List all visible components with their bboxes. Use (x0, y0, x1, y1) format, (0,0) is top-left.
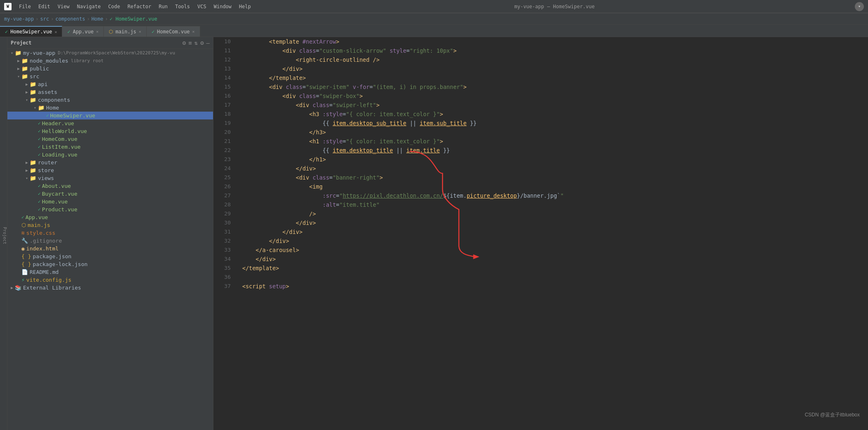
vue-icon-hello: ✓ (38, 129, 41, 134)
menu-navigate[interactable]: Navigate (74, 3, 104, 10)
tree-node-modules[interactable]: ▶ 📁 node_modules library root (7, 57, 213, 65)
code-line-25: <div class="banner-right"> (242, 173, 868, 182)
breadcrumb-app[interactable]: my-vue-app (4, 16, 34, 22)
listitem-label: ListItem.vue (42, 144, 81, 150)
tree-app-vue[interactable]: ✓ App.vue (7, 213, 213, 221)
menu-window[interactable]: Window (211, 3, 235, 10)
arrow-node-modules: ▶ (16, 58, 21, 63)
menu-run[interactable]: Run (155, 3, 171, 10)
code-line-21: <h1 :style="{ color: item.text_color }"> (242, 137, 868, 146)
ext-libs-label: External Libraries (23, 285, 81, 291)
folder-icon-home: 📁 (38, 105, 44, 111)
editor-content: 1011121314 1516171819 2021222324 2526272… (213, 37, 868, 430)
tree-about[interactable]: ✓ About.vue (7, 182, 213, 190)
tree-vite-config[interactable]: ⚡ vite.config.js (7, 276, 213, 284)
arrow-router: ▶ (24, 160, 30, 165)
folder-icon-ext: 📚 (15, 285, 21, 291)
tree-api[interactable]: ▶ 📁 api (7, 80, 213, 88)
vue-icon3: ✓ (152, 29, 154, 35)
api-label: api (38, 81, 47, 87)
tree-ext-libs[interactable]: ▶ 📚 External Libraries (7, 284, 213, 292)
menu-refactor[interactable]: Refactor (124, 3, 154, 10)
folder-icon-store: 📁 (30, 167, 36, 173)
tree-root[interactable]: ▾ 📁 my-vue-app D:\ProgramWorkSpace\WebSt… (7, 49, 213, 57)
menu-tools[interactable]: Tools (172, 3, 193, 10)
tree-public[interactable]: ▶ 📁 public (7, 65, 213, 72)
code-editor[interactable]: <template #nextArrow> <div class="custom… (241, 37, 868, 430)
tree-assets[interactable]: ▶ 📁 assets (7, 88, 213, 96)
helloworld-label: HelloWorld.vue (42, 128, 87, 134)
code-line-18: <h3 :style="{ color: item.text_color }"> (242, 110, 868, 119)
menu-edit[interactable]: Edit (35, 3, 54, 10)
tab-mainjs-label: main.js (115, 29, 136, 35)
code-line-28: :alt="item.title" (242, 200, 868, 209)
tree-gitignore[interactable]: 🔧 .gitignore (7, 237, 213, 245)
breadcrumb-home[interactable]: Home (91, 16, 103, 22)
menu-view[interactable]: View (54, 3, 73, 10)
code-line-35: </template> (242, 264, 868, 273)
tab-appvue[interactable]: ✓ App.vue ✕ (62, 26, 104, 37)
tree-style-css[interactable]: ≋ style.css (7, 229, 213, 237)
tree-product[interactable]: ✓ Product.vue (7, 206, 213, 213)
close-tab-appvue[interactable]: ✕ (96, 29, 98, 34)
menu-bar[interactable]: File Edit View Navigate Code Refactor Ru… (16, 3, 254, 10)
sidebar-settings-icon[interactable]: ⚙ (182, 40, 186, 46)
sidebar-gear-icon[interactable]: ⚙ (200, 40, 204, 46)
tree-package-lock[interactable]: { } package-lock.json (7, 260, 213, 268)
tree-home-folder[interactable]: ▾ 📁 Home (7, 104, 213, 112)
code-line-24: </div> (242, 164, 868, 173)
tab-homeswiper[interactable]: ✓ HomeSwiper.vue ✕ (0, 26, 62, 37)
sidebar-collapse-icon[interactable]: — (206, 40, 210, 46)
breadcrumb-src[interactable]: src (40, 16, 49, 22)
menu-code[interactable]: Code (105, 3, 124, 10)
tree-homecom[interactable]: ✓ HomeCom.vue (7, 135, 213, 143)
main-js-label: main.js (28, 222, 50, 228)
tree-main-js[interactable]: ⬡ main.js (7, 221, 213, 229)
tree-router[interactable]: ▶ 📁 router (7, 159, 213, 166)
sidebar-expand-icon[interactable]: ≡ (188, 40, 192, 46)
buycart-label: Buycart.vue (42, 191, 77, 197)
code-line-13: </div> (242, 64, 868, 73)
tab-homecom[interactable]: ✓ HomeCom.vue ✕ (147, 26, 200, 37)
arrow-src: ▾ (16, 74, 21, 79)
title-bar: W File Edit View Navigate Code Refactor … (0, 0, 868, 13)
tree-index-html[interactable]: ◉ index.html (7, 245, 213, 252)
tree-loading[interactable]: ✓ Loading.vue (7, 151, 213, 159)
tree-helloworld[interactable]: ✓ HelloWorld.vue (7, 127, 213, 135)
public-label: public (30, 65, 49, 72)
tree-views[interactable]: ▾ 📁 views (7, 174, 213, 182)
tree-readme[interactable]: 📄 README.md (7, 268, 213, 276)
tab-mainjs[interactable]: ⬡ main.js ✕ (104, 26, 147, 37)
menu-help[interactable]: Help (236, 3, 254, 10)
breadcrumb-file[interactable]: ✓ HomeSwiper.vue (110, 16, 157, 22)
tree-homeswiper[interactable]: ✓ HomeSwiper.vue (7, 112, 213, 119)
router-label: router (38, 159, 57, 166)
user-avatar[interactable]: ▾ (855, 2, 864, 11)
tree-package-json[interactable]: { } package.json (7, 252, 213, 260)
assets-label: assets (38, 89, 57, 95)
close-tab-homeswiper[interactable]: ✕ (54, 30, 57, 34)
components-label: components (38, 97, 70, 103)
tree-listitem[interactable]: ✓ ListItem.vue (7, 143, 213, 151)
breadcrumb-components[interactable]: components (55, 16, 85, 22)
vue-icon-homecom: ✓ (38, 136, 41, 142)
tree-store[interactable]: ▶ 📁 store (7, 166, 213, 174)
close-tab-homecom[interactable]: ✕ (192, 29, 195, 34)
homeswiper-label: HomeSwiper.vue (50, 112, 96, 119)
app-logo: W (4, 3, 12, 10)
code-line-20: </h3> (242, 128, 868, 137)
sidebar-sort-icon[interactable]: ⇅ (194, 40, 198, 46)
root-label: my-vue-app (23, 50, 55, 56)
package-lock-label: package-lock.json (33, 261, 87, 267)
tree-buycart[interactable]: ✓ Buycart.vue (7, 190, 213, 198)
sidebar-icons[interactable]: ⚙ ≡ ⇅ ⚙ — (182, 40, 210, 46)
tab-appvue-label: App.vue (73, 29, 94, 35)
menu-file[interactable]: File (16, 3, 34, 10)
tree-src[interactable]: ▾ 📁 src (7, 72, 213, 80)
tree-header[interactable]: ✓ Header.vue (7, 119, 213, 127)
menu-vcs[interactable]: VCS (194, 3, 210, 10)
close-tab-mainjs[interactable]: ✕ (139, 29, 141, 34)
tree-components[interactable]: ▾ 📁 components (7, 96, 213, 104)
tree-home-vue[interactable]: ✓ Home.vue (7, 198, 213, 206)
gitignore-label: .gitignore (30, 238, 62, 244)
